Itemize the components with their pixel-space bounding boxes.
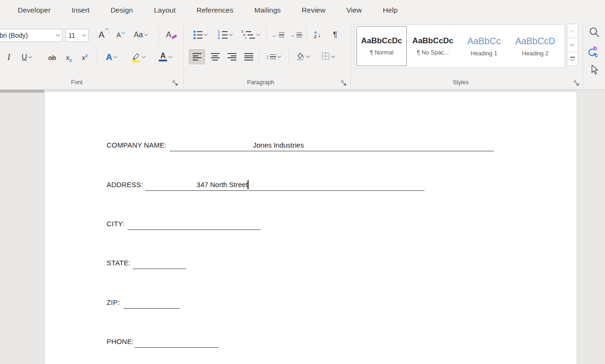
field-value-text[interactable]: Jones Industries: [253, 140, 304, 151]
strikethrough-button[interactable]: ab: [45, 49, 60, 65]
field-label: CITY:: [107, 219, 125, 230]
superscript-button[interactable]: x2: [78, 49, 91, 65]
field-blank-line[interactable]: [133, 258, 186, 269]
style-item-heading-1[interactable]: AaBbCcHeading 1: [459, 26, 509, 66]
field-blank-line[interactable]: [304, 140, 494, 151]
styles-group-label: Styles: [421, 79, 500, 86]
tab-developer[interactable]: Developer: [18, 6, 51, 14]
replace-button[interactable]: bc: [585, 44, 603, 61]
align-left-icon: [193, 53, 202, 60]
font-name-value: bri (Body): [0, 32, 28, 39]
field-label: PHONE:: [107, 337, 134, 348]
line-spacing-button[interactable]: ↕: [262, 49, 285, 64]
document-page[interactable]: COMPANY NAME:Jones IndustriesADDRESS:347…: [44, 91, 577, 364]
align-right-icon: [228, 53, 236, 60]
font-size-combobox[interactable]: 11: [65, 29, 88, 42]
field-row-address[interactable]: ADDRESS:347 North Street: [107, 180, 424, 191]
field-value-text[interactable]: 347 North Street: [196, 180, 248, 191]
select-button[interactable]: [585, 61, 603, 78]
styles-dialog-launcher[interactable]: [573, 80, 580, 86]
style-item-heading-2[interactable]: AaBbCcDHeading 2: [510, 26, 560, 66]
borders-icon: [321, 52, 330, 62]
sort-icon: AZ ↓: [314, 31, 321, 39]
italic-button[interactable]: I: [4, 49, 14, 65]
grow-font-button[interactable]: A: [94, 27, 109, 43]
field-row-city[interactable]: CITY:: [107, 219, 261, 230]
field-blank-line[interactable]: [169, 140, 253, 151]
field-blank-line[interactable]: [145, 180, 196, 191]
align-right-button[interactable]: [224, 49, 239, 64]
style-sample-text: AaBbCcDc: [361, 36, 402, 46]
style-name: ¶ No Spac...: [417, 49, 449, 56]
shrink-font-icon: A: [116, 31, 121, 39]
tab-view[interactable]: View: [346, 6, 362, 14]
tab-layout[interactable]: Layout: [154, 6, 176, 14]
text-effects-icon: A: [106, 52, 112, 62]
chevron-up-icon: [571, 30, 574, 34]
field-row-company-name[interactable]: COMPANY NAME:Jones Industries: [107, 140, 494, 151]
underline-button[interactable]: U: [17, 49, 36, 65]
style-sample-text: AaBbCcDc: [412, 36, 453, 46]
divider: [266, 26, 267, 44]
multilevel-list-button[interactable]: 1 a i: [239, 27, 262, 43]
justify-button[interactable]: [241, 49, 256, 64]
style-name: Heading 2: [522, 50, 549, 57]
ribbon: bri (Body) 11 A A Aa A I U ab x2 x2 A: [0, 20, 605, 90]
bullets-button[interactable]: [190, 27, 210, 43]
chevron-down-icon: [256, 32, 260, 36]
tab-review[interactable]: Review: [302, 6, 325, 14]
style-sample-text: AaBbCc: [467, 36, 501, 47]
field-label: ADDRESS:: [107, 180, 143, 191]
align-center-button[interactable]: [208, 49, 222, 64]
decrease-indent-button[interactable]: ←: [270, 27, 286, 43]
highlight-color-button[interactable]: [127, 49, 150, 65]
field-blank-line[interactable]: [128, 219, 261, 230]
styles-more-button[interactable]: [567, 52, 578, 66]
tab-help[interactable]: Help: [383, 6, 398, 14]
numbering-button[interactable]: 1 2 3: [214, 27, 235, 43]
chevron-down-icon: [142, 54, 146, 58]
style-sample-text: AaBbCcD: [515, 36, 555, 47]
shading-button[interactable]: [291, 49, 314, 64]
field-blank-line[interactable]: [134, 337, 218, 348]
change-case-button[interactable]: Aa: [129, 27, 152, 43]
decrease-indent-icon: ←: [272, 32, 284, 39]
divider: [259, 48, 259, 66]
multilevel-list-icon: 1 a i: [242, 31, 255, 39]
field-blank-line[interactable]: [249, 180, 424, 191]
chevron-down-icon: [277, 54, 281, 58]
chevron-down-icon: [114, 54, 117, 58]
increase-indent-button[interactable]: →: [288, 27, 303, 43]
field-blank-line[interactable]: [123, 297, 180, 309]
style-item-normal[interactable]: AaBbCcDc¶ Normal: [356, 26, 407, 66]
divider: [158, 26, 159, 44]
canvas-top-shade: [0, 90, 44, 93]
show-hide-pilcrow-button[interactable]: ¶: [329, 27, 342, 43]
chevron-down-icon: [121, 30, 125, 34]
italic-icon: I: [7, 53, 10, 62]
styles-scroll-down-button[interactable]: [567, 38, 578, 52]
align-left-button[interactable]: [189, 49, 205, 64]
styles-scroll-up-button[interactable]: [567, 24, 578, 38]
shrink-font-button[interactable]: A: [112, 27, 126, 43]
font-color-button[interactable]: A: [155, 49, 176, 65]
underline-icon: U: [21, 53, 27, 61]
document-canvas: COMPANY NAME:Jones IndustriesADDRESS:347…: [0, 90, 605, 364]
field-row-phone[interactable]: PHONE:: [107, 337, 218, 348]
text-effects-button[interactable]: A: [101, 49, 122, 65]
sort-button[interactable]: AZ ↓: [309, 27, 326, 43]
font-name-combobox[interactable]: bri (Body): [0, 29, 62, 42]
find-button[interactable]: [585, 24, 603, 41]
tab-mailings[interactable]: Mailings: [254, 6, 281, 14]
tab-design[interactable]: Design: [110, 6, 133, 14]
paragraph-dialog-launcher[interactable]: [341, 80, 347, 86]
tab-references[interactable]: References: [196, 6, 233, 14]
font-dialog-launcher[interactable]: [172, 80, 179, 86]
field-row-state[interactable]: STATE:: [107, 258, 186, 269]
field-row-zip[interactable]: ZIP:: [107, 297, 180, 309]
subscript-button[interactable]: x2: [62, 49, 75, 65]
tab-insert[interactable]: Insert: [72, 6, 90, 14]
clear-formatting-button[interactable]: A: [162, 27, 181, 43]
style-item-no-spac[interactable]: AaBbCcDc¶ No Spac...: [408, 26, 458, 66]
borders-button[interactable]: [316, 49, 339, 64]
